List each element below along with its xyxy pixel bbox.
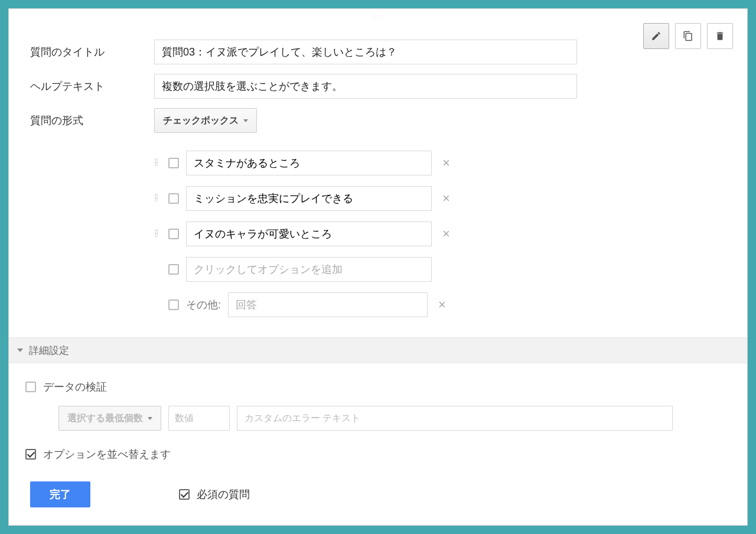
- options-list: ⠿⠿ × ⠿⠿ × ⠿⠿ ×: [154, 151, 726, 317]
- option-checkbox: [168, 193, 179, 204]
- option-input[interactable]: [186, 186, 432, 211]
- required-label: 必須の質問: [197, 487, 250, 502]
- advanced-header[interactable]: 詳細設定: [9, 337, 747, 363]
- option-checkbox: [168, 299, 179, 310]
- title-input[interactable]: [154, 40, 577, 64]
- toolbar: [643, 23, 733, 49]
- option-input[interactable]: [186, 151, 432, 175]
- help-label: ヘルプテキスト: [30, 79, 154, 93]
- shuffle-checkbox[interactable]: [25, 449, 36, 460]
- type-label: 質問の形式: [30, 113, 154, 128]
- option-row: ⠿⠿ ×: [154, 222, 726, 246]
- validation-type-value: 選択する最低個数: [67, 412, 143, 425]
- trash-icon: [715, 31, 725, 41]
- chevron-down-icon: [148, 417, 152, 420]
- question-editor-panel: ::::: 質問のタイトル ヘルプテキスト 質問の形式 チェックボックス: [8, 8, 748, 526]
- remove-option-button[interactable]: ×: [439, 155, 454, 171]
- add-option-input[interactable]: [186, 257, 432, 282]
- option-row: ⠿⠿ ×: [154, 186, 726, 211]
- grip-icon[interactable]: ⠿⠿: [154, 159, 161, 167]
- copy-icon: [683, 31, 693, 41]
- edit-button[interactable]: [643, 23, 669, 49]
- option-row: ⠿⠿ ×: [154, 151, 726, 175]
- advanced-section: 詳細設定 データの検証 選択する最低個数 オプションを並べ替えます: [9, 337, 747, 461]
- option-checkbox: [168, 229, 179, 239]
- other-input[interactable]: [228, 292, 428, 317]
- validation-number-input[interactable]: [168, 406, 230, 431]
- option-checkbox: [168, 158, 179, 168]
- question-type-value: チェックボックス: [163, 115, 239, 127]
- footer: 完了 必須の質問: [30, 481, 250, 507]
- remove-option-button[interactable]: ×: [439, 226, 454, 242]
- remove-option-button[interactable]: ×: [439, 191, 454, 206]
- validation-controls: 選択する最低個数: [58, 406, 731, 431]
- option-input[interactable]: [186, 222, 432, 246]
- validation-checkbox[interactable]: [25, 382, 36, 392]
- advanced-title: 詳細設定: [29, 344, 69, 357]
- done-button[interactable]: 完了: [30, 481, 90, 507]
- add-option-row: [168, 257, 726, 282]
- option-checkbox: [168, 264, 179, 275]
- other-label: その他:: [186, 298, 221, 312]
- chevron-down-icon: [243, 119, 248, 122]
- grip-icon[interactable]: ⠿⠿: [154, 195, 161, 202]
- validation-type-dropdown[interactable]: 選択する最低個数: [58, 406, 161, 431]
- help-input[interactable]: [154, 74, 577, 99]
- pencil-icon: [651, 31, 662, 41]
- other-option-row: その他: ×: [168, 292, 726, 317]
- validation-error-input[interactable]: [237, 406, 673, 431]
- validation-label: データの検証: [43, 380, 107, 394]
- drag-handle-icon[interactable]: :::::: [373, 14, 383, 19]
- duplicate-button[interactable]: [675, 23, 701, 49]
- chevron-down-icon: [17, 349, 23, 352]
- shuffle-label: オプションを並べ替えます: [43, 447, 171, 461]
- delete-button[interactable]: [707, 23, 733, 49]
- title-label: 質問のタイトル: [30, 45, 154, 59]
- grip-icon[interactable]: ⠿⠿: [154, 230, 161, 237]
- remove-other-button[interactable]: ×: [435, 297, 449, 312]
- required-toggle: 必須の質問: [179, 487, 250, 502]
- required-checkbox[interactable]: [179, 489, 190, 500]
- advanced-body: データの検証 選択する最低個数 オプションを並べ替えます: [9, 363, 747, 461]
- form-area: 質問のタイトル ヘルプテキスト 質問の形式 チェックボックス ⠿⠿ × ⠿⠿: [9, 9, 747, 317]
- question-type-dropdown[interactable]: チェックボックス: [154, 108, 257, 133]
